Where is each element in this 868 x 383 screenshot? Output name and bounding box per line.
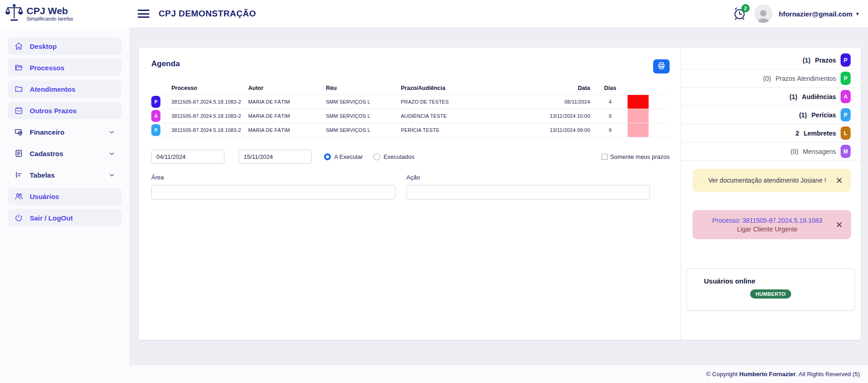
cell-data: 13/11/2024 09:00 — [538, 127, 593, 133]
summary-label: Audiências — [802, 93, 836, 100]
summary-mensagens[interactable]: (0) Mensagens M — [681, 142, 861, 161]
summary-panel: (1) Prazos P (0) Prazos Atendimentos P (… — [681, 47, 861, 340]
urgent-alert: Processo: 3811505-87.2024.5.18.1083 Liga… — [692, 210, 851, 239]
agenda-table-row[interactable]: P 3811505-87.2024.5.18.1083-2 MARIA DE F… — [151, 95, 670, 109]
sidebar-item-label: Atendimentos — [30, 85, 75, 93]
notification-count-badge: 2 — [741, 4, 750, 12]
main-panel: Agenda Processo Autor Réu Prazo/Audiênci… — [138, 47, 861, 340]
col-data: Data — [538, 85, 593, 91]
sidebar-item-label: Financeiro — [30, 128, 64, 136]
sidebar: Desktop Processos Atendimentos Outros Pr… — [0, 27, 129, 383]
sidebar-item-logout[interactable]: Sair / LogOut — [8, 209, 122, 226]
urgency-color-cell — [628, 95, 649, 109]
print-button[interactable] — [653, 59, 670, 73]
type-badge: P — [151, 124, 160, 136]
folder-open-icon — [14, 63, 23, 72]
summary-count: (1) — [789, 93, 797, 100]
radio-a-executar-label[interactable]: A Executar — [334, 153, 363, 160]
agenda-table-header: Processo Autor Réu Prazo/Audiência Data … — [151, 82, 670, 95]
sidebar-item-cadastros[interactable]: Cadastros — [8, 145, 122, 162]
summary-badge: P — [841, 53, 851, 67]
cell-autor: MARIA DE FÁTIM — [248, 127, 326, 133]
agenda-table-row[interactable]: A 3811505-87.2024.5.18.1083-2 MARIA DE F… — [151, 109, 670, 123]
summary-label: Mensagens — [803, 148, 836, 155]
agenda-table-row[interactable]: P 3811505-87.2024.5.18.1083-2 MARIA DE F… — [151, 123, 670, 137]
sidebar-item-tabelas[interactable]: Tabelas — [8, 166, 122, 184]
close-icon[interactable]: ✕ — [835, 175, 844, 186]
close-icon[interactable]: ✕ — [835, 220, 844, 230]
sidebar-item-label: Usuários — [30, 193, 59, 200]
summary-badge: M — [841, 145, 851, 158]
processo-link[interactable]: Processo: 3811505-87.2024.5.18.1083 — [700, 217, 835, 224]
page-title: CPJ DEMONSTRAÇÃO — [159, 9, 256, 19]
reminder-text: Ver documentação atendimento Josiane ! — [700, 177, 835, 184]
user-email: hfornazier@gmail.com — [779, 10, 852, 18]
acao-label: Ação — [406, 174, 650, 181]
copyright-text: © Copyright Humberto Fornazier. All Righ… — [706, 371, 860, 378]
brand-logo[interactable]: CPJ Web Simplificando tarefas — [5, 4, 73, 24]
agenda-filters: A Executar Executados Somente meus prazo… — [151, 150, 670, 164]
sidebar-item-atendimentos[interactable]: Atendimentos — [8, 80, 122, 98]
summary-prazos-atendimentos[interactable]: (0) Prazos Atendimentos P — [681, 69, 861, 88]
user-menu[interactable]: hfornazier@gmail.com ▼ — [779, 10, 860, 18]
sidebar-item-financeiro[interactable]: Financeiro — [8, 123, 122, 141]
sidebar-item-usuarios[interactable]: Usuários — [8, 188, 122, 205]
brand-name: CPJ Web — [27, 6, 73, 16]
chevron-down-icon — [109, 172, 115, 178]
summary-badge: A — [841, 90, 851, 103]
col-prazo-audiencia: Prazo/Audiência — [401, 85, 538, 91]
sidebar-item-outros-prazos[interactable]: Outros Prazos — [8, 102, 122, 119]
summary-label: Prazos Atendimentos — [776, 75, 836, 82]
area-input[interactable] — [151, 185, 395, 199]
urgency-color-cell — [628, 109, 649, 123]
cell-data: 08/11/2024 — [538, 99, 593, 105]
sidebar-item-label: Cadastros — [30, 150, 63, 157]
radio-executados[interactable] — [373, 153, 380, 160]
cell-reu: SMM SERVIÇOS L — [326, 99, 401, 105]
cell-prazo: AUDIÊNCIA TESTE — [401, 113, 538, 119]
summary-count: (0) — [790, 148, 798, 155]
date-to-input[interactable] — [239, 150, 312, 164]
area-label: Área — [151, 174, 395, 181]
summary-count: (1) — [799, 111, 807, 119]
online-user-badge: HUMBERTO — [750, 289, 791, 299]
cell-processo: 3811505-87.2024.5.18.1083-2 — [171, 99, 248, 105]
agenda-table: Processo Autor Réu Prazo/Audiência Data … — [151, 82, 670, 137]
radio-executados-label[interactable]: Executados — [383, 153, 415, 160]
col-reu: Réu — [326, 85, 401, 91]
somente-meus-prazos-label[interactable]: Somente meus prazos — [610, 153, 670, 160]
summary-label: Prazos — [815, 57, 836, 64]
urgent-text: Ligar Cliente Urgente — [700, 226, 835, 233]
date-from-input[interactable] — [151, 150, 224, 164]
brand-tagline: Simplificando tarefas — [27, 16, 73, 21]
online-users-title: Usuários online — [704, 277, 854, 285]
alarm-clock-icon — [732, 14, 747, 22]
menu-toggle-icon[interactable] — [138, 9, 149, 19]
scales-of-justice-icon — [5, 4, 23, 24]
radio-a-executar[interactable] — [324, 153, 331, 160]
avatar[interactable] — [754, 5, 772, 23]
cell-processo: 3811505-87.2024.5.18.1083-2 — [171, 127, 248, 133]
cell-autor: MARIA DE FÁTIM — [248, 113, 326, 119]
col-autor: Autor — [248, 85, 326, 91]
cell-data: 13/11/2024 10:00 — [538, 113, 593, 119]
agenda-section: Agenda Processo Autor Réu Prazo/Audiênci… — [139, 47, 681, 340]
notifications-button[interactable]: 2 — [732, 6, 748, 21]
acao-input[interactable] — [406, 185, 650, 199]
calendar-icon — [14, 106, 23, 115]
sidebar-item-processos[interactable]: Processos — [8, 59, 122, 76]
cell-dias: 9 — [593, 113, 628, 119]
summary-pericias[interactable]: (1) Perícias P — [681, 106, 861, 124]
sidebar-item-label: Tabelas — [30, 171, 55, 179]
summary-count: 2 — [795, 130, 799, 137]
summary-prazos[interactable]: (1) Prazos P — [681, 51, 861, 69]
power-icon — [14, 213, 23, 222]
somente-meus-prazos-checkbox[interactable] — [602, 154, 607, 160]
summary-lembretes[interactable]: 2 Lembretes L — [681, 124, 861, 142]
summary-audiencias[interactable]: (1) Audiências A — [681, 88, 861, 106]
agenda-title: Agenda — [151, 59, 180, 68]
cell-autor: MARIA DE FÁTIM — [248, 99, 326, 105]
top-header: CPJ Web Simplificando tarefas CPJ DEMONS… — [0, 0, 868, 27]
sidebar-item-desktop[interactable]: Desktop — [8, 37, 122, 55]
money-icon — [14, 127, 23, 136]
